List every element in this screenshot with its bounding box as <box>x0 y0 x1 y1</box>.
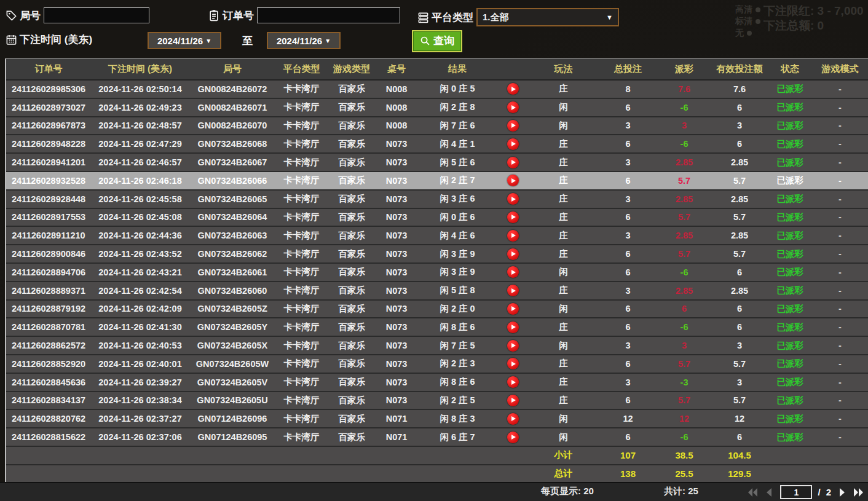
play-video-icon[interactable] <box>507 175 519 186</box>
search-button-label: 查询 <box>433 34 454 48</box>
date-from-select[interactable]: 2024/11/26 ▼ <box>148 32 221 49</box>
total-row: 总计 138 25.5 129.5 <box>6 465 868 484</box>
cell-platform: 卡卡湾厅 <box>275 392 328 409</box>
last-page-button[interactable] <box>853 487 864 498</box>
table-row[interactable]: 2411260289412012024-11-26 02:46:57GN0732… <box>6 154 868 172</box>
cell-play <box>497 154 528 171</box>
cell-round-id: GN07324B26068 <box>189 135 275 152</box>
play-video-icon[interactable] <box>507 248 519 260</box>
play-video-icon[interactable] <box>507 303 519 315</box>
cell-platform: 卡卡湾厅 <box>275 374 328 391</box>
cell-order-id: 241126028932528 <box>6 172 91 189</box>
play-video-icon[interactable] <box>507 340 519 352</box>
prev-page-button[interactable] <box>763 487 775 498</box>
cell-table-no: N008 <box>376 99 417 116</box>
play-video-icon[interactable] <box>507 285 519 296</box>
subtotal-total-bet: 107 <box>599 447 657 464</box>
total-payout: 25.5 <box>657 465 711 483</box>
platform-select[interactable]: 1.全部 ▼ <box>476 8 619 26</box>
clipboard-icon <box>208 9 220 22</box>
cell-bet-time: 2024-11-26 02:44:36 <box>91 227 189 244</box>
order-no-input[interactable] <box>257 7 400 23</box>
order-no-label-wrap: 订单号 <box>208 9 254 23</box>
game-no-input[interactable] <box>44 7 149 23</box>
play-video-icon[interactable] <box>507 413 519 425</box>
table-row[interactable]: 2411260289175532024-11-26 02:45:08GN0732… <box>6 209 868 227</box>
cell-round-id: GN07324B2605V <box>189 374 275 391</box>
cell-play-type: 庄 <box>528 135 599 152</box>
bet-time-label: 下注时间 (美东) <box>20 33 92 47</box>
table-row[interactable]: 2411260288529202024-11-26 02:40:01GN0732… <box>6 355 868 374</box>
cell-table-no: N073 <box>376 355 417 373</box>
tag-icon <box>5 9 17 22</box>
cell-bet-time: 2024-11-26 02:37:06 <box>91 428 189 446</box>
cell-game-type: 百家乐 <box>328 282 376 299</box>
play-video-icon[interactable] <box>507 83 519 95</box>
play-video-icon[interactable] <box>507 230 519 242</box>
server-stack-icon <box>417 11 429 23</box>
cell-valid-bet: 5.7 <box>711 392 768 409</box>
table-row[interactable]: 2411260289284482024-11-26 02:45:58GN0732… <box>6 191 868 209</box>
table-row[interactable]: 2411260288156222024-11-26 02:37:06GN0712… <box>6 428 868 447</box>
game-no-label: 局号 <box>20 9 41 23</box>
cell-platform: 卡卡湾厅 <box>275 191 328 208</box>
table-row[interactable]: 2411260288625722024-11-26 02:40:53GN0732… <box>6 337 868 355</box>
cell-play <box>497 135 528 152</box>
play-video-icon[interactable] <box>507 157 519 168</box>
cell-result: 闲 5 庄 8 <box>417 282 497 299</box>
cell-table-no: N073 <box>376 245 417 262</box>
table-row[interactable]: 2411260289008462024-11-26 02:43:52GN0732… <box>6 245 868 264</box>
cell-status: 已派彩 <box>768 99 812 116</box>
table-row[interactable]: 2411260289730272024-11-26 02:49:23GN0082… <box>6 99 868 117</box>
table-row[interactable]: 2411260288707812024-11-26 02:41:30GN0732… <box>6 318 868 337</box>
table-row[interactable]: 2411260288947062024-11-26 02:43:21GN0732… <box>6 264 868 282</box>
search-button[interactable]: 查询 <box>413 31 461 51</box>
cell-play <box>497 191 528 208</box>
table-row[interactable]: 2411260288341372024-11-26 02:38:34GN0732… <box>6 392 868 411</box>
cell-bet-time: 2024-11-26 02:48:57 <box>91 117 189 135</box>
subtotal-valid-bet: 104.5 <box>711 447 768 464</box>
cell-game-mode: - <box>812 154 868 171</box>
play-video-icon[interactable] <box>507 376 519 388</box>
cell-result: 闲 6 庄 7 <box>417 428 497 446</box>
table-row[interactable]: 2411260289678732024-11-26 02:48:57GN0082… <box>6 117 868 136</box>
cell-platform: 卡卡湾厅 <box>275 172 328 189</box>
play-video-icon[interactable] <box>507 193 519 205</box>
play-video-icon[interactable] <box>507 266 519 278</box>
cell-game-mode: - <box>812 172 868 189</box>
play-video-icon[interactable] <box>507 138 519 150</box>
current-page-input[interactable]: 1 <box>780 485 812 499</box>
play-video-icon[interactable] <box>507 358 519 369</box>
total-label: 总计 <box>528 465 599 483</box>
table-row[interactable]: 2411260288893712024-11-26 02:42:54GN0732… <box>6 282 868 301</box>
date-to-select[interactable]: 2024/11/26 ▼ <box>267 32 341 49</box>
table-row[interactable]: 2411260288456362024-11-26 02:39:27GN0732… <box>6 374 868 392</box>
table-row[interactable]: 2411260289482282024-11-26 02:47:29GN0732… <box>6 135 868 154</box>
chevron-down-icon: ▼ <box>325 37 331 44</box>
cell-play-type: 庄 <box>528 209 599 226</box>
table-row[interactable]: 2411260288791922024-11-26 02:42:09GN0732… <box>6 301 868 319</box>
cell-play <box>497 410 528 427</box>
play-video-icon[interactable] <box>507 432 519 443</box>
table-row[interactable]: 2411260289112102024-11-26 02:44:36GN0732… <box>6 227 868 245</box>
next-page-button[interactable] <box>837 487 848 498</box>
cell-play-type: 庄 <box>528 392 599 409</box>
play-video-icon[interactable] <box>507 211 519 223</box>
cell-game-mode: - <box>812 301 868 318</box>
first-page-button[interactable] <box>747 487 758 498</box>
cell-game-type: 百家乐 <box>328 227 376 244</box>
cell-result: 闲 8 庄 6 <box>417 318 497 336</box>
table-row[interactable]: 2411260289853062024-11-26 02:50:14GN0082… <box>6 81 868 99</box>
table-row[interactable]: 2411260289325282024-11-26 02:46:18GN0732… <box>6 172 868 191</box>
play-video-icon[interactable] <box>507 120 519 132</box>
play-video-icon[interactable] <box>507 395 519 406</box>
cell-platform: 卡卡湾厅 <box>275 135 328 152</box>
table-row[interactable]: 2411260288207622024-11-26 02:37:27GN0712… <box>6 410 868 428</box>
cell-play <box>497 337 528 354</box>
play-video-icon[interactable] <box>507 322 519 333</box>
cell-play <box>497 374 528 391</box>
cell-bet-time: 2024-11-26 02:41:30 <box>91 318 189 336</box>
cell-table-no: N073 <box>376 172 417 189</box>
cell-game-type: 百家乐 <box>328 209 376 226</box>
play-video-icon[interactable] <box>507 101 519 113</box>
